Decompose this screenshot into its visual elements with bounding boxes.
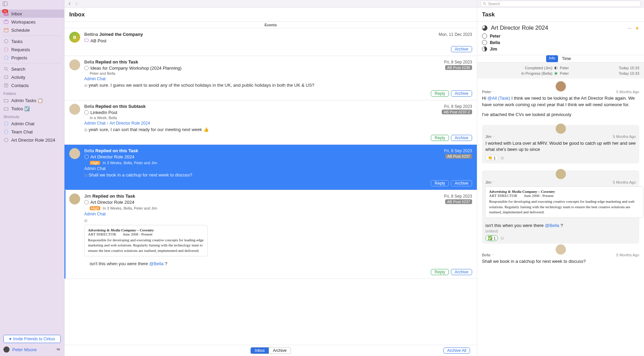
archive-button[interactable]: Archive xyxy=(451,180,472,186)
project-icon xyxy=(3,129,9,134)
event-feed[interactable]: B Bettina Joined the Company Mon, 11 Dec… xyxy=(64,28,477,345)
events-header: Events xyxy=(64,22,477,28)
message-author: Jim xyxy=(485,180,491,184)
add-reaction-button[interactable]: ☺ xyxy=(500,235,504,241)
mention[interactable]: @Bella xyxy=(149,261,163,266)
breadcrumb-link[interactable]: Admin Chat xyxy=(84,76,106,81)
sidebar-label-projects: Projects xyxy=(11,55,61,60)
avatar xyxy=(69,148,80,159)
star-icon[interactable]: ★ xyxy=(635,26,639,31)
view-segmented-control[interactable]: Inbox Archive xyxy=(250,347,291,354)
current-user[interactable]: Peter Moore xyxy=(3,346,61,353)
reaction[interactable]: ✅ 1 xyxy=(485,235,498,241)
archive-button[interactable]: Archive xyxy=(451,90,472,97)
task-name: Art Director Role 2024 xyxy=(90,200,134,205)
status-time: Today 15:33 xyxy=(569,66,639,70)
in-progress-icon: ◉ xyxy=(554,71,558,75)
event-meta: In 3 Weeks, Bella, Peter and Jim xyxy=(103,206,157,210)
reply-button[interactable]: Reply xyxy=(431,135,449,141)
avatar xyxy=(3,346,10,353)
archive-all-button[interactable]: Archive All xyxy=(443,347,470,354)
archive-button[interactable]: Archive xyxy=(451,46,472,52)
sidebar-label-search: Search xyxy=(11,67,61,72)
add-reaction-button[interactable]: ☺ xyxy=(500,155,504,161)
sidebar-item-contacts[interactable]: Contacts xyxy=(0,81,64,89)
sidebar-item-inbox[interactable]: 11 Inbox xyxy=(0,10,64,18)
folder-todos[interactable]: Todos ☑️ xyxy=(0,104,64,113)
message-body: yeah sure. I guess we want to avoid any … xyxy=(89,83,314,88)
breadcrumb-link[interactable]: Admin Chat xyxy=(84,166,106,171)
folder-icon xyxy=(3,106,9,111)
mention[interactable]: @All (Task) xyxy=(487,96,510,101)
sidebar-item-workspaces[interactable]: Workspaces xyxy=(0,18,64,26)
assignee-name: Jim xyxy=(490,47,497,52)
message-menu-button[interactable]: ⋯ xyxy=(491,89,495,94)
reply-button[interactable]: Reply xyxy=(431,90,449,97)
assignee-row[interactable]: Peter xyxy=(482,33,639,39)
sidebar-toolbar xyxy=(0,0,64,8)
svg-line-10 xyxy=(7,70,8,71)
shortcut-art-director[interactable]: Art Director Role 2024 xyxy=(0,136,64,144)
quote-icon: ⊟ xyxy=(84,218,87,223)
seg-archive[interactable]: Archive xyxy=(269,347,291,354)
message-menu-button[interactable]: ⋯ xyxy=(490,253,494,257)
sidebar-item-activity[interactable]: Activity xyxy=(0,73,64,81)
archive-button[interactable]: Archive xyxy=(451,269,472,275)
invite-label: Invite Friends to Cirkus xyxy=(13,337,55,341)
folder-icon xyxy=(3,98,9,103)
tab-info[interactable]: Info xyxy=(546,55,558,62)
event-item[interactable]: B Bettina Joined the Company Mon, 11 Dec… xyxy=(64,28,477,56)
requests-icon xyxy=(3,47,9,52)
svg-point-16 xyxy=(4,138,8,142)
panel-toggle-icon[interactable] xyxy=(3,1,8,6)
event-item[interactable]: Bella Replied on this Task Fri, 8 Sep 20… xyxy=(64,56,477,100)
folder-admin-tasks[interactable]: Admin Tasks 📋 xyxy=(0,96,64,104)
shortcut-admin-chat[interactable]: Admin Chat xyxy=(0,119,64,128)
settings-icon[interactable] xyxy=(56,347,61,353)
search-input[interactable]: Search xyxy=(481,1,641,7)
nav-back-button[interactable] xyxy=(68,1,71,6)
reply-button[interactable]: Reply xyxy=(431,269,449,275)
more-menu-button[interactable]: ⋯ xyxy=(627,26,632,31)
reply-button[interactable]: Reply xyxy=(431,180,449,186)
sidebar-item-projects[interactable]: Projects xyxy=(0,54,64,62)
message-menu-button[interactable]: ⋯ xyxy=(491,180,495,184)
seg-inbox[interactable]: Inbox xyxy=(251,347,269,354)
sidebar-label-activity: Activity xyxy=(11,75,61,80)
nav-forward-button[interactable] xyxy=(75,1,78,6)
event-item[interactable]: Jim Replied on this Task Fri, 8 Sep 2023… xyxy=(64,190,477,279)
attachment-preview: Advertising & Media Company – Coventry A… xyxy=(485,186,643,218)
avatar xyxy=(556,169,566,179)
breadcrumb-link[interactable]: Art Director Role 2024 xyxy=(109,121,150,126)
sidebar-item-schedule[interactable]: Schedule xyxy=(0,26,64,34)
assignee-row[interactable]: Bella xyxy=(482,40,639,45)
breadcrumb-link[interactable]: Admin Chat xyxy=(84,121,106,126)
archive-button[interactable]: Archive xyxy=(451,135,472,141)
message-menu-button[interactable]: ⋯ xyxy=(491,134,495,139)
event-item[interactable]: Bella Replied on this Subtask Fri, 8 Sep… xyxy=(64,100,477,145)
reaction[interactable]: 👏 1 xyxy=(485,155,498,161)
tab-time[interactable]: Time xyxy=(558,55,575,62)
sidebar-item-search[interactable]: Search xyxy=(0,65,64,73)
sidebar-item-requests[interactable]: Requests xyxy=(0,45,64,54)
priority-badge: High xyxy=(90,161,100,165)
message-author: Bella xyxy=(482,253,490,257)
message-body: Hi @All (Task) I think we need to be loo… xyxy=(482,95,639,108)
status-label: In Progress (Bella) xyxy=(482,71,552,75)
reference-badge: AB Post #238 xyxy=(445,65,472,70)
sidebar-item-tasks[interactable]: Tasks xyxy=(0,37,64,45)
event-title: Jim Replied on this Task xyxy=(84,194,135,199)
center-column: Inbox Events B Bettina Joined the Compan… xyxy=(64,0,477,356)
event-item-selected[interactable]: Bella Replied on this Task Fri, 8 Sep 20… xyxy=(64,145,477,190)
invite-button[interactable]: ♥ Invite Friends to Cirkus xyxy=(3,335,61,343)
avatar xyxy=(69,59,80,70)
assignee-name: Bella xyxy=(490,40,500,45)
breadcrumb-link[interactable]: Admin Chat xyxy=(84,212,106,216)
message-thread[interactable]: Peter ⋯ 5 Months Ago Hi @All (Task) I th… xyxy=(477,79,644,356)
mention[interactable]: @Bella xyxy=(545,223,559,228)
assignee-row[interactable]: Jim xyxy=(482,46,639,52)
event-title: Bella Replied on this Task xyxy=(84,59,138,65)
shortcut-team-chat[interactable]: Team Chat xyxy=(0,128,64,136)
assignee-status-icon xyxy=(482,46,487,52)
message-body: isn't this when you were there xyxy=(90,261,149,266)
